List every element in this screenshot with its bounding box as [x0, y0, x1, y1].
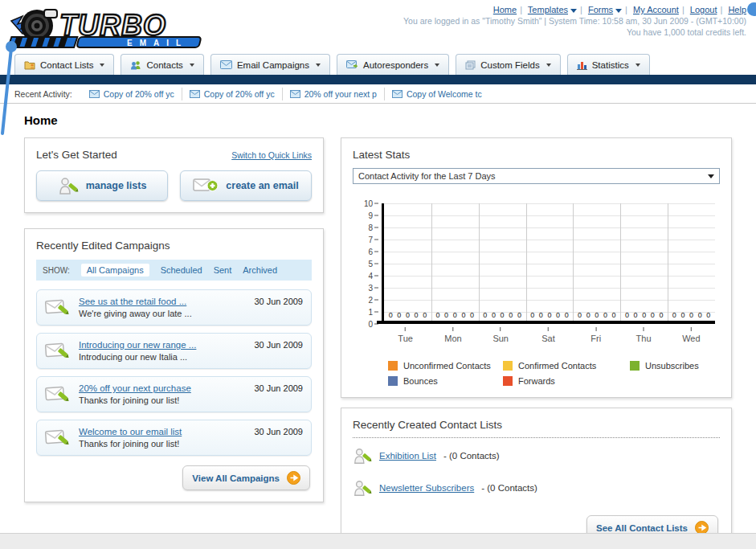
nav-link-forms[interactable]: Forms — [588, 5, 622, 14]
view-all-campaigns-button[interactable]: View All Campaigns — [182, 465, 310, 490]
recent-activity-item[interactable]: Copy of 20% off yc — [182, 88, 283, 100]
bar-value-group: 00000 — [668, 311, 715, 319]
switch-quick-links-link[interactable]: Switch to Quick Links — [231, 150, 312, 160]
envelope-icon — [290, 90, 300, 98]
bar-value-label: 0 — [397, 311, 401, 319]
h-gridline — [384, 288, 715, 289]
tab-autoresponders[interactable]: Autoresponders — [337, 54, 449, 75]
contact-list-link[interactable]: Newsletter Subscribers — [379, 483, 474, 493]
nav-link-logout[interactable]: Logout — [690, 5, 717, 14]
main-content: Home Let's Get Started Switch to Quick L… — [0, 104, 756, 549]
y-axis-tick: 6 — [368, 248, 378, 256]
recent-activity-label: Recent Activity: — [14, 89, 72, 99]
campaign-title-link[interactable]: 20% off your next purchase — [79, 383, 191, 393]
bar-value-label: 0 — [509, 311, 513, 319]
top-nav: Home| Templates| Forms| My Account| Logo… — [403, 4, 746, 15]
tab-contacts[interactable]: Contacts — [121, 54, 203, 75]
login-info: You are logged in as "Timothy Smith" | S… — [403, 15, 746, 27]
bar-value-label: 0 — [444, 311, 448, 319]
contact-list-item[interactable]: Newsletter Subscribers - (0 Contacts) — [353, 470, 720, 502]
h-gridline — [384, 240, 715, 240]
bar-value-label: 0 — [659, 311, 663, 319]
bar-value-label: 0 — [389, 311, 393, 319]
recent-contact-lists-panel: Recently Created Contact Lists Exhibitio… — [341, 408, 732, 549]
campaign-row[interactable]: 20% off your next purchase Thanks for jo… — [36, 376, 312, 412]
manage-lists-button[interactable]: manage lists — [36, 170, 168, 201]
x-axis-tick: Sat — [541, 327, 555, 343]
recent-activity-item[interactable]: Copy of 20% off yc — [82, 88, 182, 100]
h-gridline — [384, 276, 715, 277]
y-axis-tick: 5 — [368, 260, 378, 268]
bar-value-label: 0 — [556, 311, 560, 319]
recent-campaigns-title: Recently Edited Campaigns — [36, 240, 312, 252]
bar-value-label: 0 — [625, 311, 629, 319]
navy-divider-bar — [0, 75, 756, 84]
nav-link-templates[interactable]: Templates — [528, 5, 577, 14]
campaign-title-link[interactable]: Introducing our new range ... — [79, 340, 196, 350]
campaign-date: 30 Jun 2009 — [254, 297, 303, 306]
v-gridline — [479, 203, 480, 321]
bar-value-label: 0 — [415, 311, 419, 319]
person-pencil-icon — [353, 445, 372, 466]
bar-value-label: 0 — [706, 311, 710, 319]
y-axis-tick: 1 — [368, 308, 378, 317]
x-axis-tick: Fri — [590, 327, 601, 343]
bar-value-label: 0 — [603, 311, 607, 319]
h-gridline — [384, 252, 715, 252]
v-gridline — [526, 203, 527, 321]
chart-legend: Unconfirmed ContactsConfirmed ContactsUn… — [388, 361, 720, 386]
bar-value-label: 0 — [547, 311, 551, 319]
bar-value-label: 0 — [689, 311, 693, 319]
chevron-down-icon — [635, 64, 640, 67]
legend-label: Unconfirmed Contacts — [403, 361, 491, 371]
bar-value-label: 0 — [530, 311, 534, 319]
bar-value-group: 00000 — [479, 311, 526, 319]
campaign-title-link[interactable]: See us at the retail food ... — [79, 297, 192, 306]
fields-icon — [465, 60, 476, 70]
tab-contact-lists[interactable]: Contact Lists — [14, 54, 114, 75]
campaign-list: See us at the retail food ... We're givi… — [36, 289, 312, 456]
filter-scheduled[interactable]: Scheduled — [161, 265, 202, 275]
person-pencil-icon — [353, 477, 372, 498]
create-email-button[interactable]: create an email — [180, 170, 312, 201]
latest-stats-panel: Latest Stats Contact Activity for the La… — [341, 137, 732, 398]
bar-value-group: 00000 — [431, 311, 479, 319]
y-axis-tick: 8 — [368, 223, 378, 232]
contact-list-link[interactable]: Exhibition List — [379, 451, 436, 461]
bar-value-group: 00000 — [620, 311, 668, 319]
nav-link-help[interactable]: Help — [728, 5, 746, 14]
chevron-down-icon — [435, 64, 439, 67]
filter-all-campaigns[interactable]: All Campaigns — [81, 264, 149, 277]
legend-label: Bounces — [403, 376, 438, 386]
stats-period-select[interactable]: Contact Activity for the Last 7 Days — [353, 168, 720, 184]
campaign-row[interactable]: Introducing our new range ... Introducin… — [36, 333, 312, 369]
filter-sent[interactable]: Sent — [214, 265, 232, 275]
chevron-down-icon — [546, 64, 551, 67]
campaign-row[interactable]: See us at the retail food ... We're givi… — [36, 289, 312, 326]
filter-archived[interactable]: Archived — [243, 265, 277, 275]
campaign-date: 30 Jun 2009 — [254, 340, 303, 350]
bar-value-label: 0 — [672, 311, 676, 319]
bar-value-label: 0 — [595, 311, 599, 319]
chevron-down-icon — [190, 64, 194, 67]
envelope-icon — [89, 90, 100, 98]
turbo-email-logo-graphic: EMAIL TURBO — [6, 3, 217, 51]
nav-link-home[interactable]: Home — [493, 5, 517, 14]
tab-custom-fields[interactable]: Custom Fields — [456, 54, 561, 75]
campaign-title-link[interactable]: Welcome to our email list — [79, 427, 182, 436]
contact-list-item[interactable]: Exhibition List - (0 Contacts) — [353, 438, 720, 470]
header-right: Home| Templates| Forms| My Account| Logo… — [403, 4, 746, 38]
legend-label: Unsubscribes — [645, 361, 699, 371]
tab-email-campaigns[interactable]: Email Campaigns — [210, 54, 330, 75]
chevron-down-icon — [708, 174, 714, 178]
tab-statistics[interactable]: Statistics — [567, 54, 650, 75]
nav-link-my-account[interactable]: My Account — [633, 5, 679, 14]
app-logo: EMAIL TURBO — [6, 3, 217, 53]
recent-activity-strip: Recent Activity: Copy of 20% off yc Copy… — [0, 84, 756, 104]
logo-pin-decoration — [0, 37, 19, 140]
bar-value-label: 0 — [483, 311, 487, 319]
h-gridline — [384, 300, 715, 301]
campaign-row[interactable]: Welcome to our email list Thanks for joi… — [36, 420, 312, 456]
recent-activity-item[interactable]: Copy of Welcome tc — [385, 88, 489, 100]
recent-activity-item[interactable]: 20% off your next p — [283, 88, 385, 100]
